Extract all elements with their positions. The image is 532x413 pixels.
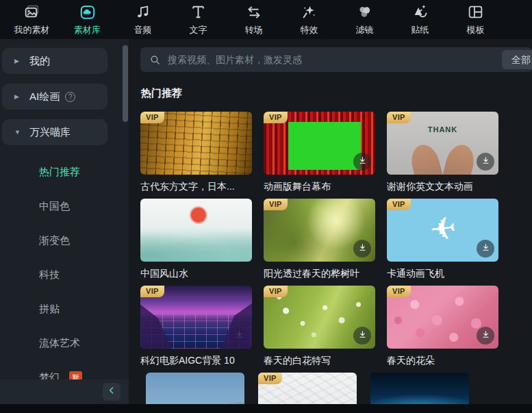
asset-thumbnail[interactable]	[370, 373, 469, 404]
top-toolbar: 我的素材 素材库 音频 文字 转场 特效 滤镜 贴纸 模板	[0, 0, 532, 39]
audio-icon	[134, 3, 151, 21]
vip-badge: VIP	[258, 373, 282, 384]
download-button[interactable]	[353, 327, 371, 345]
asset-title: 卡通动画飞机	[387, 262, 498, 286]
toolbar-item-2[interactable]: 音频	[115, 3, 170, 36]
toolbar-item-label: 贴纸	[411, 24, 429, 36]
template-icon	[467, 3, 484, 21]
toolbar-item-label: 文字	[190, 24, 207, 36]
asset-thumbnail[interactable]: VIP	[258, 373, 357, 404]
asset-card: VIP 科幻电影AIGC背景 10	[140, 286, 252, 373]
content-panel: 全部 热门推荐 VIP 古代东方文字，日本... VIP 动画版舞台幕布 THA…	[129, 39, 532, 404]
sidebar: ▶ 我的 ▶ AI绘画 ▼ 万兴喵库 热门推荐 中国色 渐变色 科技 拼贴 流体…	[0, 39, 129, 404]
sidebar-group-2[interactable]: ▼ 万兴喵库	[2, 119, 107, 145]
filter-all-label: 全部	[511, 54, 531, 65]
my-media-icon	[23, 3, 40, 21]
asset-title: 谢谢你英文文本动画	[387, 175, 498, 199]
sidebar-subitem[interactable]: 流体艺术	[0, 326, 129, 360]
sidebar-group-1[interactable]: ▶ AI绘画	[2, 84, 107, 110]
asset-card: VIP 古代东方文字，日本...	[140, 112, 252, 199]
download-icon	[357, 329, 368, 342]
toolbar-item-label: 素材库	[74, 24, 101, 36]
vip-badge: VIP	[387, 199, 411, 210]
asset-thumbnail[interactable]: ✈ VIP	[387, 199, 498, 262]
asset-thumbnail[interactable]: THANK VIP	[387, 112, 498, 175]
sidebar-group-label: 我的	[29, 55, 50, 68]
toolbar-item-5[interactable]: 特效	[281, 3, 337, 36]
asset-thumbnail[interactable]: VIP	[264, 112, 375, 175]
filter-all-button[interactable]: 全部	[502, 50, 532, 69]
vip-badge: VIP	[387, 112, 411, 123]
search-bar: 全部	[140, 47, 532, 72]
download-icon	[357, 242, 368, 255]
download-button[interactable]	[477, 327, 494, 345]
sidebar-groups: ▶ 我的 ▶ AI绘画 ▼ 万兴喵库	[0, 39, 129, 145]
asset-grid: VIP 古代东方文字，日本... VIP 动画版舞台幕布 THANK VIP 谢…	[140, 112, 532, 373]
asset-thumbnail[interactable]: VIP	[387, 286, 498, 349]
asset-card: THANK VIP 谢谢你英文文本动画	[387, 112, 498, 199]
asset-thumbnail[interactable]: VIP	[264, 286, 375, 349]
search-input[interactable]	[168, 54, 532, 65]
vip-badge: VIP	[140, 286, 164, 297]
vip-badge: VIP	[140, 112, 164, 123]
asset-grid-partial-row: VIP	[146, 373, 532, 404]
toolbar-item-label: 音频	[134, 24, 152, 36]
sidebar-collapse-button[interactable]	[103, 383, 121, 401]
asset-thumbnail[interactable]: VIP	[140, 112, 252, 175]
sidebar-subitem[interactable]: 科技	[0, 258, 129, 292]
sticker-icon	[411, 3, 429, 21]
asset-title: 古代东方文字，日本...	[140, 175, 252, 199]
sidebar-subitem[interactable]: 热门推荐	[0, 155, 129, 189]
asset-title: 中国风山水	[140, 262, 252, 286]
toolbar-item-label: 转场	[245, 24, 263, 36]
sidebar-subitem-label: 流体艺术	[39, 337, 80, 350]
download-button[interactable]	[353, 153, 371, 171]
asset-thumbnail[interactable]	[146, 373, 244, 404]
toolbar-item-label: 模板	[467, 24, 485, 36]
download-button[interactable]	[477, 240, 494, 258]
sidebar-subitem[interactable]: 渐变色	[0, 223, 129, 258]
effects-icon	[301, 3, 318, 21]
airplane-glyph: ✈	[428, 209, 458, 249]
asset-title: 科幻电影AIGC背景 10	[140, 349, 252, 373]
download-icon	[481, 242, 491, 255]
download-icon	[234, 329, 244, 342]
sidebar-subitem[interactable]: 拼贴	[0, 292, 129, 326]
toolbar-item-3[interactable]: 文字	[170, 3, 226, 36]
asset-title: 阳光透过春天的桦树叶	[264, 262, 375, 286]
asset-thumbnail[interactable]	[140, 199, 252, 262]
asset-card: VIP 春天的花朵	[387, 286, 498, 373]
sidebar-group-0[interactable]: ▶ 我的	[2, 48, 107, 74]
download-button[interactable]	[230, 327, 248, 345]
download-button[interactable]	[353, 240, 371, 258]
asset-card: ✈ VIP 卡通动画飞机	[387, 199, 498, 286]
asset-title: 春天的花朵	[387, 349, 498, 373]
asset-title: 动画版舞台幕布	[264, 175, 375, 199]
asset-thumbnail[interactable]: VIP	[264, 199, 375, 262]
asset-thumbnail[interactable]: VIP	[140, 286, 252, 349]
toolbar-item-label: 我的素材	[14, 24, 50, 36]
asset-title: 春天的白花特写	[264, 349, 375, 373]
caret-icon: ▼	[14, 129, 29, 136]
section-title: 热门推荐	[141, 87, 532, 99]
sidebar-subitem-label: 渐变色	[39, 234, 70, 247]
toolbar-item-8[interactable]: 模板	[448, 3, 503, 36]
toolbar-item-1[interactable]: 素材库	[60, 3, 115, 36]
vip-badge: VIP	[264, 286, 288, 297]
sidebar-scrollbar[interactable]	[123, 45, 128, 122]
vip-badge: VIP	[264, 199, 288, 210]
asset-card: VIP 春天的白花特写	[264, 286, 375, 373]
toolbar-item-4[interactable]: 转场	[226, 3, 281, 36]
download-button[interactable]	[477, 153, 494, 171]
sidebar-subitem[interactable]: 中国色	[0, 189, 129, 223]
toolbar-item-7[interactable]: 贴纸	[392, 3, 448, 36]
download-icon	[481, 329, 491, 342]
sidebar-subitems: 热门推荐 中国色 渐变色 科技 拼贴 流体艺术 梦幻 新	[0, 155, 129, 395]
filters-icon	[356, 3, 373, 21]
help-icon[interactable]	[65, 92, 75, 102]
vip-badge: VIP	[264, 112, 288, 123]
toolbar-item-0[interactable]: 我的素材	[4, 3, 60, 36]
sidebar-footer	[0, 379, 129, 404]
download-icon	[481, 155, 491, 168]
toolbar-item-6[interactable]: 滤镜	[337, 3, 392, 36]
